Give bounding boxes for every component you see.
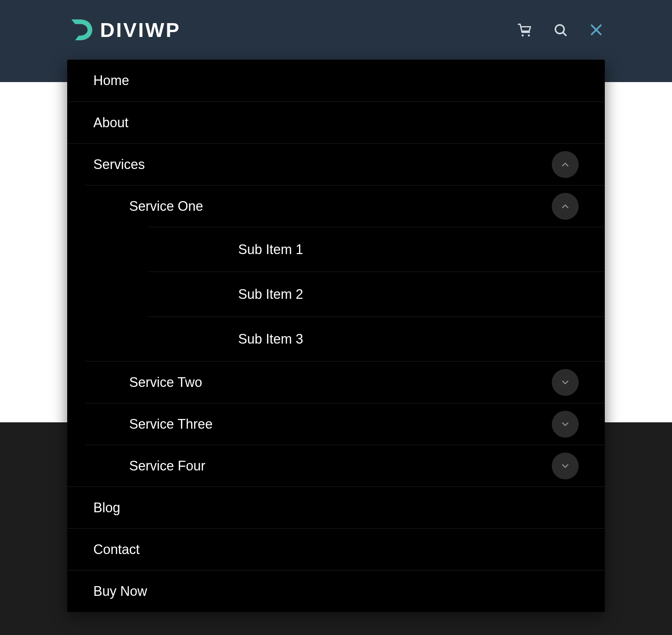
svg-point-1 bbox=[528, 34, 530, 36]
menu-item-label: Home bbox=[93, 73, 129, 88]
menu-item-label: Service Three bbox=[129, 416, 212, 432]
chevron-up-icon bbox=[560, 201, 570, 212]
site-header: DIVIWP bbox=[0, 0, 672, 60]
menu-item-label: Service One bbox=[129, 198, 203, 214]
menu-item-service-four[interactable]: Service Four bbox=[85, 445, 605, 487]
menu-item-label: Blog bbox=[93, 500, 120, 516]
menu-item-label: Service Two bbox=[129, 375, 202, 390]
menu-item-label: Buy Now bbox=[93, 584, 147, 599]
menu-item-label: Services bbox=[93, 157, 145, 172]
menu-item-service-two[interactable]: Service Two bbox=[85, 361, 605, 403]
menu-item-label: About bbox=[93, 115, 128, 131]
svg-point-0 bbox=[522, 34, 523, 36]
services-submenu: Service One Sub Item 1 Sub Item 2 Sub It… bbox=[85, 185, 605, 487]
expand-toggle[interactable] bbox=[552, 453, 579, 479]
menu-item-blog[interactable]: Blog bbox=[67, 487, 605, 528]
menu-item-home[interactable]: Home bbox=[67, 60, 605, 101]
menu-item-sub-2[interactable]: Sub Item 2 bbox=[149, 272, 605, 316]
search-icon[interactable] bbox=[552, 21, 569, 38]
menu-item-contact[interactable]: Contact bbox=[67, 528, 605, 570]
cart-icon[interactable] bbox=[516, 21, 533, 38]
header-actions bbox=[516, 21, 605, 38]
expand-toggle[interactable] bbox=[552, 369, 579, 396]
collapse-toggle[interactable] bbox=[552, 193, 579, 220]
menu-item-sub-1[interactable]: Sub Item 1 bbox=[149, 227, 605, 272]
chevron-up-icon bbox=[560, 159, 570, 170]
chevron-down-icon bbox=[560, 461, 570, 471]
site-logo[interactable]: DIVIWP bbox=[67, 17, 181, 43]
collapse-toggle[interactable] bbox=[552, 151, 579, 178]
menu-item-services[interactable]: Services bbox=[67, 143, 605, 185]
chevron-down-icon bbox=[560, 377, 570, 388]
menu-item-service-one[interactable]: Service One bbox=[85, 185, 605, 227]
logo-mark-icon bbox=[67, 17, 93, 43]
menu-item-label: Sub Item 2 bbox=[238, 287, 303, 302]
svg-line-3 bbox=[563, 32, 566, 35]
mobile-menu-panel: Home About Services Service One Sub Item… bbox=[67, 60, 605, 612]
menu-item-label: Contact bbox=[93, 542, 140, 557]
logo-text: DIVIWP bbox=[100, 18, 181, 41]
menu-item-label: Sub Item 3 bbox=[238, 331, 303, 347]
menu-item-about[interactable]: About bbox=[67, 101, 605, 143]
menu-item-label: Service Four bbox=[129, 458, 205, 474]
expand-toggle[interactable] bbox=[552, 411, 579, 438]
menu-item-sub-3[interactable]: Sub Item 3 bbox=[149, 316, 605, 361]
service-one-submenu: Sub Item 1 Sub Item 2 Sub Item 3 bbox=[149, 227, 605, 361]
menu-item-buy-now[interactable]: Buy Now bbox=[67, 570, 605, 612]
menu-item-service-three[interactable]: Service Three bbox=[85, 403, 605, 445]
menu-item-label: Sub Item 1 bbox=[238, 242, 303, 257]
chevron-down-icon bbox=[560, 419, 570, 429]
close-icon[interactable] bbox=[588, 21, 605, 38]
